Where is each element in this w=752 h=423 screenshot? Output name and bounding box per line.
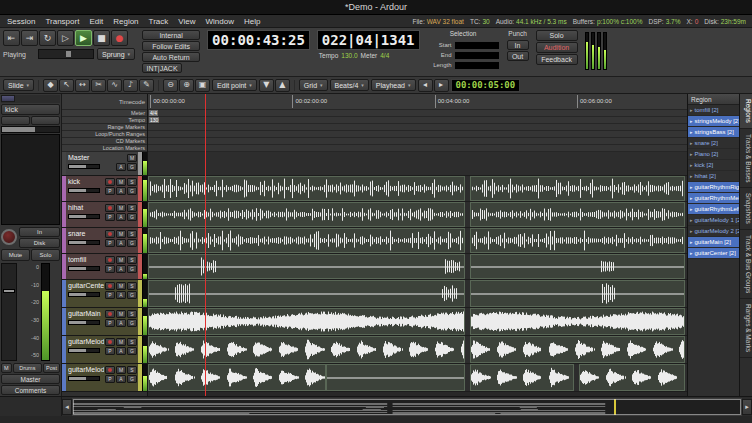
group-button[interactable]: G — [127, 291, 137, 299]
track-header-snare[interactable]: snareMSPAG — [62, 228, 147, 254]
gain-fader[interactable] — [1, 263, 17, 361]
side-tab-snapshots[interactable]: Snapshots — [740, 188, 752, 230]
goto-end-button[interactable]: ⇥ — [21, 30, 38, 46]
tempo-value[interactable]: 130.0 — [341, 52, 357, 59]
group-button[interactable]: G — [127, 213, 137, 221]
strip-menu-button[interactable] — [1, 95, 15, 102]
shrink-tracks-button[interactable]: ▼ — [259, 79, 274, 92]
follow-edits-button[interactable]: Follow Edits — [142, 41, 200, 51]
record-arm-button[interactable] — [105, 366, 115, 374]
ruler-lane-timecode[interactable]: 00:00:00:0000:02:00:0000:04:00:0000:06:0… — [148, 94, 687, 110]
play-selection-button[interactable]: ▷ — [57, 30, 74, 46]
track-gain-slider[interactable] — [68, 348, 100, 353]
group-button[interactable]: G — [127, 319, 137, 327]
editor-canvas[interactable]: 00:00:00:0000:02:00:0000:04:00:0000:06:0… — [148, 94, 687, 396]
zoom-in-button[interactable]: ⊕ — [179, 79, 194, 92]
record-arm-button[interactable] — [105, 204, 115, 212]
side-tab-regions[interactable]: Regions — [740, 94, 752, 129]
solo-button[interactable]: S — [127, 366, 137, 374]
nudge-back-button[interactable]: ◂ — [418, 79, 433, 92]
solo-button[interactable]: S — [127, 338, 137, 346]
primary-clock[interactable]: 00:00:43:25 — [207, 30, 310, 50]
menu-region[interactable]: Region — [108, 15, 143, 27]
automation-button[interactable]: A — [116, 163, 126, 171]
automation-button[interactable]: A — [116, 375, 126, 383]
mute-button[interactable]: M — [116, 282, 126, 290]
mute-button[interactable]: M — [127, 154, 137, 162]
menu-transport[interactable]: Transport — [40, 15, 84, 27]
track-header-hihat[interactable]: hihatMSPAG — [62, 202, 147, 228]
region-list-item[interactable]: ▸guitarRhythmLeft [2] — [688, 204, 739, 215]
automation-button[interactable]: A — [116, 291, 126, 299]
record-enable-button[interactable] — [1, 229, 17, 245]
region-list-item[interactable]: ▸guitarCenter [2] — [688, 248, 739, 259]
track-lane-snare[interactable] — [148, 228, 687, 254]
side-tab-tracks-busses[interactable]: Tracks & Busses — [740, 129, 752, 189]
track-lane-hihat[interactable] — [148, 202, 687, 228]
track-gain-slider[interactable] — [68, 292, 100, 297]
group-button[interactable]: G — [127, 163, 137, 171]
track-lane-guitarmain[interactable] — [148, 308, 687, 336]
record-arm-button[interactable] — [105, 282, 115, 290]
region-list-item[interactable]: ▸guitarRhythmRight [2] — [688, 182, 739, 193]
processor-box[interactable] — [1, 134, 60, 225]
region-list-item[interactable]: ▸kick [2] — [688, 160, 739, 171]
track-gain-slider[interactable] — [68, 240, 100, 245]
disk-monitor-button[interactable]: Disk — [19, 238, 60, 248]
solo-button[interactable]: S — [127, 178, 137, 186]
playlist-button[interactable]: P — [105, 319, 115, 327]
track-header-master[interactable]: MasterMAG — [62, 152, 147, 176]
track-header-guitarmain[interactable]: guitarMainMSPAG — [62, 308, 147, 336]
draw-tool-button[interactable]: ✎ — [139, 79, 154, 92]
track-lane-guitarmelody-2[interactable] — [148, 364, 687, 392]
auto-return-button[interactable]: Auto Return — [142, 52, 200, 62]
goto-start-button[interactable]: ⇤ — [3, 30, 20, 46]
snap-unit-combo[interactable]: Beats/4▾ — [330, 79, 369, 91]
loop-button[interactable]: ↻ — [39, 30, 56, 46]
group-button[interactable]: G — [127, 375, 137, 383]
selection-length-value[interactable] — [454, 61, 500, 70]
scroll-right-button[interactable]: ▸ — [742, 399, 752, 415]
playlist-button[interactable]: P — [105, 291, 115, 299]
solo-button[interactable]: S — [127, 310, 137, 318]
track-lane-guitarmelody-1[interactable] — [148, 336, 687, 364]
play-button[interactable]: ▶ — [75, 30, 92, 46]
strip-name-button[interactable]: kick — [1, 104, 60, 115]
menu-track[interactable]: Track — [144, 15, 174, 27]
automation-button[interactable]: A — [116, 213, 126, 221]
region-list-item[interactable]: ▸stringsMelody [2] — [688, 116, 739, 127]
side-tab-track-bus-groups[interactable]: Track & Bus Groups — [740, 230, 752, 299]
nudge-clock[interactable]: 00:00:05:00 — [451, 79, 521, 92]
strip-trim-slider[interactable] — [1, 126, 60, 133]
edit-mode-combo[interactable]: Slide▾ — [3, 79, 34, 91]
output-button[interactable]: Master — [1, 374, 60, 384]
playlist-button[interactable]: P — [105, 213, 115, 221]
grab-tool-button[interactable]: ↖ — [59, 79, 74, 92]
record-arm-button[interactable] — [105, 338, 115, 346]
track-gain-slider[interactable] — [68, 214, 100, 219]
solo-button[interactable]: S — [127, 230, 137, 238]
range-tool-button[interactable]: ↔ — [75, 79, 90, 92]
gain-fader-handle[interactable] — [3, 289, 15, 293]
selection-start-value[interactable] — [454, 41, 500, 50]
strip-input-button[interactable] — [1, 116, 30, 125]
group-button[interactable]: G — [127, 239, 137, 247]
menu-edit[interactable]: Edit — [84, 15, 108, 27]
region-list-item[interactable]: ▸guitarMelody 1 [2] — [688, 215, 739, 226]
zoom-out-button[interactable]: ⊖ — [163, 79, 178, 92]
track-header-guitarmelody-2[interactable]: guitarMelody 2MSPAG — [62, 364, 147, 392]
sync-source-button[interactable]: Internal — [142, 30, 200, 40]
mute-button[interactable]: M — [116, 366, 126, 374]
playlist-button[interactable]: P — [105, 187, 115, 195]
track-header-guitarcenter[interactable]: guitarCenterMSPAG — [62, 280, 147, 308]
playlist-button[interactable]: P — [105, 239, 115, 247]
regions-panel-header[interactable]: Region — [688, 94, 739, 105]
shuttle-grip[interactable] — [66, 51, 71, 57]
track-lane-kick[interactable] — [148, 176, 687, 202]
ruler-lane-tempo[interactable]: 130 — [148, 117, 687, 124]
menu-help[interactable]: Help — [239, 15, 265, 27]
region-list-item[interactable]: ▸tomfill [2] — [688, 105, 739, 116]
selection-end-value[interactable] — [454, 51, 500, 60]
stretch-tool-button[interactable]: ∿ — [107, 79, 122, 92]
stop-button[interactable]: ■ — [93, 30, 110, 46]
